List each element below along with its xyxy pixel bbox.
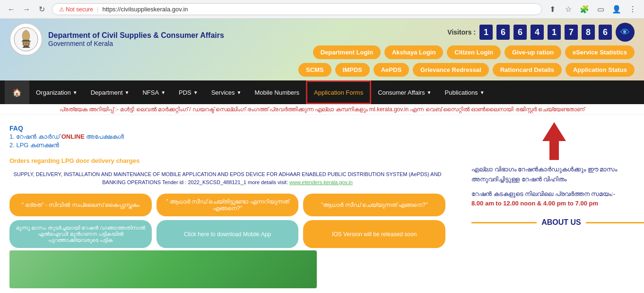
address-bar[interactable]: ⚠ Not secure | https://civilsupplieskera… (52, 3, 542, 15)
visitors-label: Visitors : (447, 28, 476, 36)
browser-chrome: ← → ↻ ⚠ Not secure | https://civilsuppli… (0, 0, 644, 19)
header-buttons-row2: SCMS IMPDS AePDS Grievance Redressal Rat… (298, 63, 635, 77)
organization-dropdown-icon: ▼ (73, 90, 78, 95)
nav-consumer-affairs[interactable]: Consumer Affairs ▼ (371, 80, 438, 104)
navigation-bar: 🏠 Organization ▼ Department ▼ NFSA ▼ PDS… (0, 80, 644, 104)
forward-button[interactable]: → (20, 3, 33, 16)
about-title: ABOUT US (471, 218, 644, 227)
visitor-digit-7: 8 (582, 25, 595, 40)
browser-action-buttons: ⬆ ☆ 🧩 ▭ 👤 ⋮ (546, 3, 639, 16)
nav-pds[interactable]: PDS ▼ (172, 80, 205, 104)
app-status-button[interactable]: Application Status (566, 63, 635, 77)
tender-link[interactable]: www.etenders.kerala.gov.in (289, 179, 353, 185)
aepds-button[interactable]: AePDS (374, 63, 409, 77)
orders-text: Orders regarding LPG door delivery charg… (9, 155, 445, 167)
nav-department[interactable]: Department ▼ (84, 80, 136, 104)
home-nav-button[interactable]: 🏠 (5, 80, 29, 104)
rationcard-button[interactable]: Rationcard Details (493, 63, 562, 77)
publications-dropdown-icon: ▼ (480, 90, 485, 95)
nav-organization[interactable]: Organization ▼ (29, 80, 84, 104)
nav-services[interactable]: Services ▼ (205, 80, 248, 104)
mobile-app-download-btn[interactable]: Click here to download Mobile App (157, 220, 299, 248)
ration-list-btn[interactable]: മൂന്നു മാസം തുടർച്ചയായി റേഷൻ വാങ്ങാത്തതി… (9, 220, 152, 248)
department-dropdown-icon: ▼ (125, 90, 130, 95)
online-text: ONLINE (61, 133, 85, 140)
ration-allotment-text: എല്ലാ വിഭാഗം റേഷൻകാർഡുകൾക്കും ഈ മാസം അനു… (471, 165, 637, 185)
svg-rect-3 (23, 40, 29, 41)
logo-section: Department of Civil Supplies & Consumer … (9, 23, 224, 56)
visitors-row: Visitors : 1 6 6 4 1 7 8 6 👁 (447, 23, 635, 42)
ration-timing-label: റേഷൻ കടകളുടെ നിലവിലെ പ്രവർത്തന സമയം:- (471, 189, 637, 199)
back-button[interactable]: ← (5, 3, 18, 16)
security-warning: ⚠ Not secure (59, 6, 93, 13)
extensions-button[interactable]: 🧩 (578, 3, 591, 16)
reload-button[interactable]: ↻ (35, 3, 48, 16)
about-divider-right (586, 222, 644, 223)
eservice-stats-button[interactable]: eService Statistics (565, 45, 635, 59)
about-divider-left (471, 222, 537, 223)
right-column: എല്ലാ വിഭാഗം റേഷൻകാർഡുകൾക്കും ഈ മാസം അനു… (464, 115, 644, 293)
visitor-digit-2: 6 (496, 25, 510, 40)
scms-button[interactable]: SCMS (298, 63, 331, 77)
logo-emblem (9, 23, 43, 56)
ration-info-box: എല്ലാ വിഭാഗം റേഷൻകാർഡുകൾക്കും ഈ മാസം അനു… (471, 165, 637, 185)
ticker-bar: പ്രത്യേക അറിയിപ്പ് :- മൾട്ടി ലെവൽ മാർക്ക… (0, 104, 644, 115)
visitor-digit-3: 6 (513, 25, 527, 40)
akshaya-login-button[interactable]: Akshaya Login (384, 45, 443, 59)
visitor-digit-5: 1 (548, 25, 561, 40)
header-top: Department of Civil Supplies & Consumer … (0, 19, 644, 80)
org-name: Department of Civil Supplies & Consumer … (48, 31, 224, 40)
citizen-login-button[interactable]: Citizen Login (447, 45, 501, 59)
nav-application-forms[interactable]: Application Forms (306, 80, 371, 104)
share-button[interactable]: ⬆ (546, 3, 559, 16)
header-right: Visitors : 1 6 6 4 1 7 8 6 👁 Department … (298, 23, 635, 77)
warning-icon: ⚠ (59, 6, 64, 13)
svg-rect-9 (24, 45, 29, 47)
red-up-arrow (542, 122, 566, 160)
download-buttons-row: മൂന്നു മാസം തുടർച്ചയായി റേഷൻ വാങ്ങാത്തതി… (9, 220, 445, 248)
accessibility-button[interactable]: 👁 (616, 23, 635, 42)
nature-image (9, 250, 317, 288)
govt-name: Government of Kerala (48, 40, 224, 47)
browser-nav-buttons: ← → ↻ (5, 3, 48, 16)
main-body: FAQ 1. റേഷൻ കാർഡ് ONLINE അപേക്ഷകൾ 2. LPG… (0, 115, 644, 293)
bookmark-button[interactable]: ☆ (562, 3, 575, 16)
svg-rect-10 (23, 47, 30, 48)
grievance-button[interactable]: Grievance Redressal (413, 63, 489, 77)
faq-title: FAQ (9, 124, 445, 132)
faq-section: FAQ 1. റേഷൻ കാർഡ് ONLINE അപേക്ഷകൾ 2. LPG… (9, 120, 445, 155)
aadhar-seed-how-btn[interactable]: "ആധാർ സീഡ് ചെയ്യുന്നത് എങ്ങനെ?" (303, 194, 445, 216)
menu-button[interactable]: ⋮ (626, 3, 639, 16)
faq-item-1: 1. റേഷൻ കാർഡ് ONLINE അപേക്ഷകൾ (9, 133, 445, 141)
faq-item-2: 2. LPG കണക്ഷൻ (9, 142, 445, 149)
svg-point-2 (25, 30, 27, 33)
visitor-digit-8: 6 (599, 25, 612, 40)
svg-point-7 (25, 42, 27, 45)
aadhar-seed-check-btn[interactable]: " ആധാർ സീഡ് ചെയ്തിട്ടുണ്ടോ എന്നറിയുന്നത്… (157, 194, 299, 216)
svg-rect-4 (22, 41, 31, 42)
arrow-annotation (471, 120, 637, 165)
red-arrow-container (542, 122, 566, 160)
tender-notice: SUPPLY, DELIVERY, INSTALLATION AND MAINT… (9, 167, 445, 190)
about-section: ABOUT US (471, 213, 644, 231)
giveup-ration-button[interactable]: Give-up ration (505, 45, 561, 59)
nfsa-dropdown-icon: ▼ (161, 90, 165, 95)
visitor-digit-1: 1 (479, 25, 493, 40)
svg-point-8 (27, 42, 29, 45)
ios-version-btn[interactable]: IOS Version will be released soon (303, 220, 445, 248)
ration-timing-box: റേഷൻ കടകളുടെ നിലവിലെ പ്രവർത്തന സമയം:- 8.… (471, 189, 637, 209)
services-dropdown-icon: ▼ (237, 90, 242, 95)
nav-publications[interactable]: Publications ▼ (438, 80, 491, 104)
impds-button[interactable]: IMPDS (335, 63, 370, 77)
visitor-digit-4: 4 (531, 25, 544, 40)
bhadrata-btn[interactable]: " ഭദ്രത" - സിവിൽ സപ്ലൈസ് കൈപ്പുസ്തകം (9, 194, 152, 216)
nav-mobile-numbers[interactable]: Mobile Numbers (248, 80, 306, 104)
dept-login-button[interactable]: Department Login (313, 45, 381, 59)
tender-text: SUPPLY, DELIVERY, INSTALLATION AND MAINT… (13, 171, 441, 185)
profile-button[interactable]: 👤 (610, 3, 623, 16)
nav-nfsa[interactable]: NFSA ▼ (136, 80, 172, 104)
browser-mode-button[interactable]: ▭ (594, 3, 607, 16)
url-text: https://civilsupplieskerala.gov.in (102, 6, 188, 13)
pds-dropdown-icon: ▼ (193, 90, 198, 95)
action-buttons-row: " ഭദ്രത" - സിവിൽ സപ്ലൈസ് കൈപ്പുസ്തകം " ആ… (9, 194, 445, 216)
